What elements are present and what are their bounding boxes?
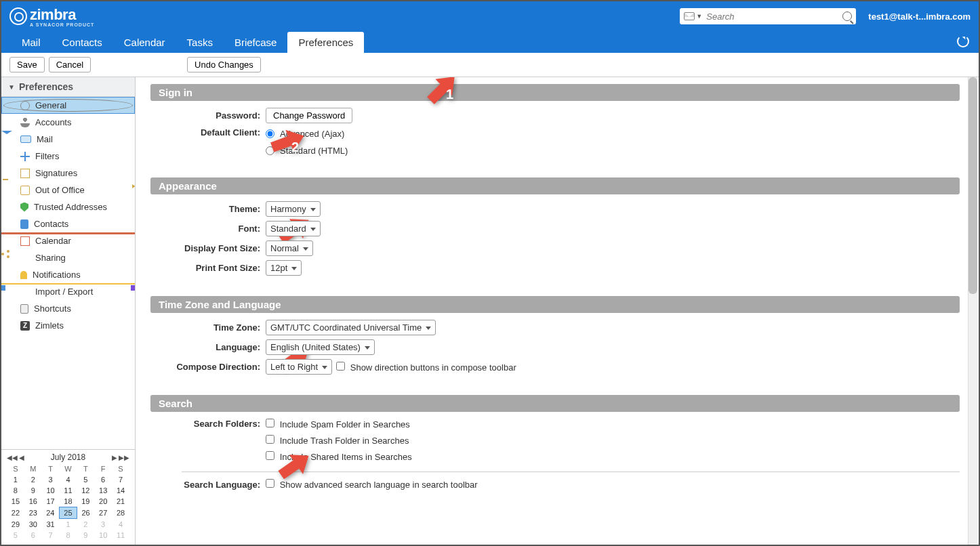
calendar-title[interactable]: July 2018 [51, 453, 85, 462]
cal-day[interactable]: 21 [112, 496, 129, 507]
cal-day[interactable]: 7 [112, 474, 129, 485]
cal-day[interactable]: 29 [7, 519, 24, 530]
change-password-button[interactable]: Change Password [266, 108, 352, 123]
sidebar-item-general[interactable]: General [1, 97, 135, 114]
cal-day[interactable]: 25 [60, 507, 77, 519]
refresh-icon[interactable] [957, 35, 969, 47]
cal-day[interactable]: 24 [42, 507, 60, 519]
sidebar-item-signatures[interactable]: Signatures [1, 165, 135, 182]
cal-day[interactable]: 4 [60, 474, 77, 485]
search-scope-dropdown-icon[interactable]: ▼ [696, 13, 702, 20]
user-menu[interactable]: test1@talk-t...imbra.com [868, 12, 971, 22]
tab-calendar[interactable]: Calendar [113, 32, 176, 53]
display-font-size-select[interactable]: Normal [266, 240, 313, 256]
client-radio-advanced[interactable]: Advanced (Ajax) [266, 129, 344, 139]
cal-day[interactable]: 8 [7, 485, 24, 496]
cal-day[interactable]: 30 [24, 519, 42, 530]
sidebar-item-label: Sharing [35, 253, 66, 263]
cal-day[interactable]: 22 [7, 507, 24, 519]
include-trash-checkbox[interactable]: Include Trash Folder in Searches [266, 435, 409, 446]
display-font-size-label: Display Font Size: [150, 243, 266, 253]
cal-day[interactable]: 14 [112, 485, 129, 496]
cal-day[interactable]: 26 [77, 507, 94, 519]
cal-day[interactable]: 16 [24, 496, 42, 507]
sidebar-item-accounts[interactable]: Accounts [1, 114, 135, 131]
cal-day[interactable]: 6 [24, 530, 42, 541]
cal-day[interactable]: 28 [112, 507, 129, 519]
include-shared-checkbox[interactable]: Include Shared Items in Searches [266, 451, 412, 462]
cal-day[interactable]: 6 [94, 474, 112, 485]
sidebar-item-calendar[interactable]: Calendar [1, 232, 135, 249]
sidebar-item-out-of-office[interactable]: Out of Office [1, 182, 135, 198]
cal-day[interactable]: 27 [94, 507, 112, 519]
cal-day[interactable]: 11 [112, 530, 129, 541]
cal-day[interactable]: 5 [77, 474, 94, 485]
search-icon[interactable] [842, 12, 852, 21]
cal-day[interactable]: 2 [77, 519, 94, 530]
sidebar-item-shortcuts[interactable]: Shortcuts [1, 300, 135, 317]
tab-tasks[interactable]: Tasks [176, 32, 224, 53]
cal-day[interactable]: 31 [42, 519, 60, 530]
cal-day[interactable]: 13 [94, 485, 112, 496]
sidebar-item-import-export[interactable]: Import / Export [1, 283, 135, 300]
tab-contacts[interactable]: Contacts [52, 32, 113, 53]
cal-day[interactable]: 9 [77, 530, 94, 541]
import-icon [20, 287, 30, 297]
section-search: Search [150, 395, 960, 412]
sidebar-header[interactable]: ▼ Preferences [1, 77, 135, 97]
cal-day[interactable]: 7 [42, 530, 60, 541]
cancel-button[interactable]: Cancel [49, 57, 91, 72]
language-select[interactable]: English (United States) [266, 339, 375, 355]
mail-scope-icon[interactable] [684, 12, 695, 20]
sidebar-item-notifications[interactable]: Notifications [1, 266, 135, 283]
cal-day[interactable]: 2 [24, 474, 42, 485]
theme-select[interactable]: Harmony [266, 201, 321, 217]
tab-briefcase[interactable]: Briefcase [224, 32, 288, 53]
cal-day[interactable]: 4 [112, 519, 129, 530]
cal-day[interactable]: 17 [42, 496, 60, 507]
cal-next-year-icon[interactable]: ▶▶ [119, 454, 129, 461]
advanced-search-lang-checkbox[interactable]: Show advanced search language in search … [266, 479, 478, 490]
sidebar-item-trusted-addresses[interactable]: Trusted Addresses [1, 198, 135, 215]
tab-preferences[interactable]: Preferences [287, 32, 364, 53]
cal-day[interactable]: 3 [94, 519, 112, 530]
search-box[interactable]: ▼ [680, 8, 856, 24]
font-select[interactable]: Standard [266, 221, 321, 236]
cal-day[interactable]: 23 [24, 507, 42, 519]
cal-day[interactable]: 10 [94, 530, 112, 541]
cal-day[interactable]: 12 [77, 485, 94, 496]
tab-mail[interactable]: Mail [11, 32, 52, 53]
sidebar-item-sharing[interactable]: Sharing [1, 249, 135, 266]
cal-day[interactable]: 8 [60, 530, 77, 541]
undo-changes-button[interactable]: Undo Changes [187, 57, 261, 72]
direction-buttons-checkbox[interactable]: Show direction buttons in compose toolba… [336, 362, 516, 373]
cal-prev-month-icon[interactable]: ◀ [19, 454, 24, 461]
cal-day[interactable]: 18 [60, 496, 77, 507]
timezone-select[interactable]: GMT/UTC Coordinated Universal Time [266, 320, 436, 335]
cal-day[interactable]: 10 [42, 485, 60, 496]
print-font-size-select[interactable]: 12pt [266, 260, 302, 276]
cal-day[interactable]: 1 [60, 519, 77, 530]
save-button[interactable]: Save [9, 57, 45, 72]
cal-day[interactable]: 3 [42, 474, 60, 485]
cal-day[interactable]: 11 [60, 485, 77, 496]
cal-day[interactable]: 9 [24, 485, 42, 496]
scrollbar-thumb[interactable] [968, 77, 977, 294]
cal-day[interactable]: 20 [94, 496, 112, 507]
cal-day[interactable]: 19 [77, 496, 94, 507]
include-spam-checkbox[interactable]: Include Spam Folder in Searches [266, 419, 410, 429]
cal-day[interactable]: 5 [7, 530, 24, 541]
sidebar-item-zimlets[interactable]: ZZimlets [1, 317, 135, 334]
search-input[interactable] [706, 12, 842, 22]
scrollbar[interactable] [968, 77, 977, 545]
sidebar-item-filters[interactable]: Filters [1, 148, 135, 165]
sidebar-item-contacts[interactable]: Contacts [1, 215, 135, 232]
cal-day[interactable]: 15 [7, 496, 24, 507]
sidebar-item-mail[interactable]: Mail [1, 131, 135, 148]
compose-direction-select[interactable]: Left to Right [266, 359, 332, 375]
cal-day[interactable]: 1 [7, 474, 24, 485]
cal-next-month-icon[interactable]: ▶ [112, 454, 117, 461]
bell-icon [20, 271, 27, 279]
sidebar-item-label: Trusted Addresses [34, 202, 107, 212]
cal-prev-year-icon[interactable]: ◀◀ [7, 454, 18, 461]
